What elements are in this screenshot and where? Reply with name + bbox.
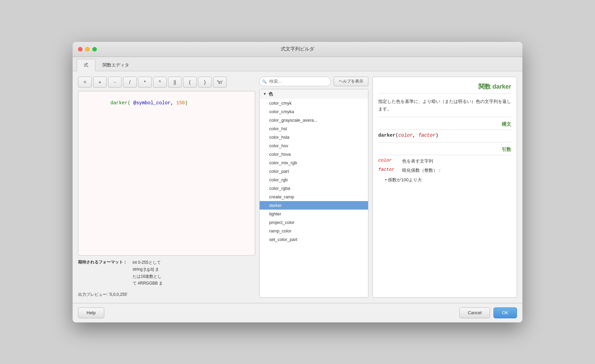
code-func-name: darker(: [110, 100, 131, 106]
btn-open-paren[interactable]: (: [183, 77, 197, 88]
code-param2: 150: [176, 100, 185, 106]
list-item[interactable]: set_color_part: [260, 235, 368, 244]
close-button[interactable]: [78, 47, 82, 51]
format-line-1: int 0-255として: [133, 259, 163, 266]
help-display-button[interactable]: ヘルプを表示: [334, 77, 368, 86]
code-line: darker( @symbol_color, 150): [82, 95, 251, 111]
help-button[interactable]: Help: [78, 307, 104, 318]
search-input[interactable]: [259, 77, 331, 86]
format-section: 期待されるフォーマット： int 0-255として string [r,g,b]…: [78, 259, 255, 287]
category-label: 色: [269, 91, 273, 97]
code-param1: @symbol_color: [131, 100, 171, 106]
tab-expression[interactable]: 式: [77, 59, 95, 71]
list-item-darker[interactable]: darker: [260, 201, 368, 210]
btn-divide[interactable]: /: [123, 77, 137, 88]
arg-name-factor: factor: [378, 167, 399, 172]
output-preview: 出力プレビュー: '0,0,0,255': [78, 292, 255, 298]
args-section: color 色を表す文字列 factor 暗化係数（整数）： • 係数が100よ…: [378, 158, 511, 183]
btn-caret[interactable]: ^: [153, 77, 167, 88]
window-title: 式文字列ビルダ: [281, 46, 314, 52]
search-bar: 🔍 ヘルプを表示: [259, 77, 368, 86]
function-description: 指定した色を基準に、より暗い（または明るい）色の文字列を返します。: [378, 98, 511, 117]
maximize-button[interactable]: [92, 47, 97, 51]
format-line-2: string [r,g,b] ま: [133, 266, 163, 273]
code-comma: ,: [170, 100, 176, 106]
syntax-color-param: color: [398, 133, 413, 138]
format-grid: 期待されるフォーマット： int 0-255として string [r,g,b]…: [78, 259, 255, 287]
list-item[interactable]: color_hsl: [260, 124, 368, 133]
ok-button[interactable]: OK: [493, 307, 517, 318]
list-item[interactable]: color_cmyka: [260, 107, 368, 116]
syntax-block: darker(color, factor): [378, 133, 511, 142]
list-item[interactable]: ramp_color: [260, 227, 368, 235]
syntax-section-title: 構文: [378, 121, 511, 130]
btn-multiply[interactable]: *: [138, 77, 152, 88]
minimize-button[interactable]: [85, 47, 90, 51]
list-item[interactable]: lighter: [260, 210, 368, 218]
list-item[interactable]: color_grayscale_avera...: [260, 116, 368, 124]
search-wrapper: 🔍: [259, 77, 331, 86]
syntax-factor-param: factor: [418, 133, 436, 138]
middle-panel: 🔍 ヘルプを表示 ▼ 色 color_cmyk color_cmyka colo…: [259, 77, 368, 298]
search-icon: 🔍: [262, 79, 267, 84]
bullet-text: 係数が100より大: [388, 177, 422, 182]
list-item[interactable]: color_hsv: [260, 141, 368, 150]
category-color[interactable]: ▼ 色: [260, 89, 368, 99]
list-item[interactable]: color_hsla: [260, 133, 368, 141]
arg-name-color: color: [378, 158, 399, 163]
bullet-item: • 係数が100より大: [385, 177, 511, 183]
format-line-4: て #RRGGBB ま: [133, 280, 163, 287]
tab-function-editor[interactable]: 関数エディタ: [95, 59, 136, 71]
main-content: = + - / * ^ || ( ) '\n' darker( @symbol_…: [73, 71, 522, 303]
format-line-3: たは16進数とし: [133, 273, 163, 280]
list-item[interactable]: color_rgb: [260, 176, 368, 184]
footer-right: Cancel OK: [459, 307, 517, 318]
btn-plus[interactable]: +: [93, 77, 107, 88]
list-item[interactable]: color_rgba: [260, 184, 368, 193]
syntax-function-name: darker: [378, 133, 395, 138]
arg-desc-factor: 暗化係数（整数）：: [402, 167, 442, 174]
bullet-symbol: •: [385, 177, 388, 182]
left-panel: = + - / * ^ || ( ) '\n' darker( @symbol_…: [78, 77, 255, 298]
list-item[interactable]: color_hsva: [260, 150, 368, 158]
function-title: 関数 darker: [378, 82, 511, 94]
right-panel: 関数 darker 指定した色を基準に、より暗い（または明るい）色の文字列を返し…: [372, 77, 517, 298]
code-editor[interactable]: darker( @symbol_color, 150): [78, 91, 255, 256]
tab-bar: 式 関数エディタ: [73, 57, 522, 71]
format-label: 期待されるフォーマット：: [78, 259, 127, 266]
list-item[interactable]: color_cmyk: [260, 99, 368, 107]
list-item[interactable]: create_ramp: [260, 193, 368, 201]
btn-minus[interactable]: -: [108, 77, 122, 88]
syntax-close-paren: ): [436, 133, 438, 138]
args-section-title: 引数: [378, 147, 511, 155]
main-window: 式文字列ビルダ 式 関数エディタ = + - / * ^ || ( ) '\n': [73, 42, 522, 322]
list-item[interactable]: project_color: [260, 218, 368, 227]
list-item[interactable]: color_part: [260, 167, 368, 176]
traffic-lights: [78, 47, 97, 51]
code-close-paren: ): [185, 100, 187, 106]
format-text: int 0-255として string [r,g,b] ま たは16進数とし て…: [133, 259, 163, 287]
expression-toolbar: = + - / * ^ || ( ) '\n': [78, 77, 255, 88]
btn-or[interactable]: ||: [168, 77, 182, 88]
function-list[interactable]: ▼ 色 color_cmyk color_cmyka color_graysca…: [259, 89, 368, 298]
cancel-button[interactable]: Cancel: [459, 307, 490, 318]
titlebar: 式文字列ビルダ: [73, 42, 522, 57]
arg-row-factor: factor 暗化係数（整数）：: [378, 167, 511, 174]
btn-newline[interactable]: '\n': [213, 77, 227, 88]
arg-desc-color: 色を表す文字列: [402, 158, 433, 165]
syntax-open-paren: (: [395, 133, 398, 138]
syntax-comma: ,: [413, 133, 418, 138]
category-arrow: ▼: [263, 92, 266, 96]
footer: Help Cancel OK: [73, 303, 522, 322]
arg-row-color: color 色を表す文字列: [378, 158, 511, 165]
btn-close-paren[interactable]: ): [198, 77, 212, 88]
list-item[interactable]: color_mix_rgb: [260, 158, 368, 167]
btn-equals[interactable]: =: [78, 77, 92, 88]
